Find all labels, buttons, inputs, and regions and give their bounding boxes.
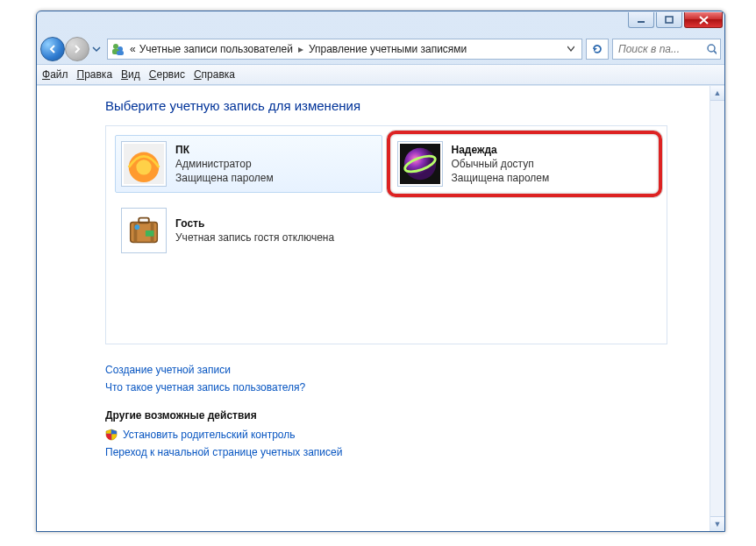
breadcrumb-seg-2[interactable]: Управление учетными записями xyxy=(307,43,468,55)
arrow-left-icon xyxy=(46,43,59,55)
page-title: Выберите учетную запись для изменения xyxy=(105,98,667,113)
scroll-up-button[interactable]: ▲ xyxy=(710,86,724,101)
nav-toolbar: « Учетные записи пользователей ▸ Управле… xyxy=(37,34,724,64)
account-status: Защищена паролем xyxy=(452,171,550,185)
nav-history-dropdown[interactable] xyxy=(89,40,103,58)
arrow-right-icon xyxy=(71,43,83,55)
account-item-guest[interactable]: Гость Учетная запись гостя отключена xyxy=(115,202,382,259)
account-name: ПК xyxy=(175,143,274,157)
account-status: Защищена паролем xyxy=(175,171,274,185)
svg-point-6 xyxy=(708,45,715,52)
suitcase-icon xyxy=(124,210,164,251)
menu-bar: Файл Правка Вид Сервис Справка xyxy=(37,64,724,85)
account-role: Администратор xyxy=(175,157,274,171)
svg-point-9 xyxy=(136,160,151,174)
menu-tools[interactable]: Сервис xyxy=(149,68,185,81)
svg-point-19 xyxy=(134,224,139,230)
refresh-button[interactable] xyxy=(586,39,609,60)
chevron-down-icon xyxy=(567,46,574,53)
link-parental-control[interactable]: Установить родительский контроль xyxy=(123,429,296,441)
account-name: Гость xyxy=(175,216,334,230)
other-actions-heading: Другие возможные действия xyxy=(105,409,667,422)
search-input[interactable] xyxy=(617,42,706,56)
forward-button[interactable] xyxy=(65,37,89,61)
address-bar[interactable]: « Учетные записи пользователей ▸ Управле… xyxy=(107,39,582,60)
breadcrumb-sep-icon: ▸ xyxy=(295,43,307,55)
content-area: Выберите учетную запись для изменения ПК xyxy=(37,86,710,531)
account-item-nadezhda[interactable]: Надежда Обычный доступ Защищена паролем xyxy=(391,135,659,193)
avatar xyxy=(121,141,167,187)
menu-edit[interactable]: Правка xyxy=(77,68,113,81)
chevron-down-icon xyxy=(92,45,101,53)
avatar xyxy=(397,141,443,187)
window-frame: « Учетные записи пользователей ▸ Управле… xyxy=(36,11,725,532)
address-dropdown[interactable] xyxy=(564,43,578,55)
close-button[interactable] xyxy=(684,12,723,28)
maximize-button[interactable] xyxy=(656,12,682,28)
nav-buttons xyxy=(40,37,103,61)
breadcrumb-seg-1[interactable]: Учетные записи пользователей xyxy=(138,43,295,55)
search-box[interactable] xyxy=(612,39,721,60)
vertical-scrollbar[interactable]: ▲ ▼ xyxy=(710,86,724,531)
link-what-is-account[interactable]: Что такое учетная запись пользователя? xyxy=(105,381,667,394)
shield-icon xyxy=(105,429,118,441)
svg-point-2 xyxy=(113,44,118,49)
scroll-down-button[interactable]: ▼ xyxy=(710,516,724,531)
svg-rect-20 xyxy=(146,230,154,237)
menu-file[interactable]: Файл xyxy=(42,68,68,81)
link-accounts-home[interactable]: Переход к начальной странице учетных зап… xyxy=(105,446,667,458)
menu-view[interactable]: Вид xyxy=(121,68,140,81)
account-list: ПК Администратор Защищена паролем xyxy=(105,125,667,344)
minimize-button[interactable] xyxy=(628,12,654,28)
link-create-account[interactable]: Создание учетной записи xyxy=(105,364,667,376)
sphere-icon xyxy=(400,144,440,184)
account-role: Обычный доступ xyxy=(452,157,550,171)
users-icon xyxy=(110,41,125,57)
svg-rect-5 xyxy=(117,51,124,55)
account-item-pc[interactable]: ПК Администратор Защищена паролем xyxy=(115,135,382,193)
search-icon xyxy=(706,43,717,55)
avatar xyxy=(121,208,167,253)
flower-icon xyxy=(124,144,164,184)
titlebar xyxy=(37,11,724,34)
account-role: Учетная запись гостя отключена xyxy=(175,230,334,245)
menu-help[interactable]: Справка xyxy=(194,68,235,81)
breadcrumb-prefix: « xyxy=(128,43,138,55)
back-button[interactable] xyxy=(40,37,65,61)
scroll-track[interactable] xyxy=(710,101,724,516)
refresh-icon xyxy=(591,43,603,55)
svg-rect-0 xyxy=(638,21,645,23)
account-name: Надежда xyxy=(452,143,550,157)
svg-rect-1 xyxy=(666,17,673,23)
